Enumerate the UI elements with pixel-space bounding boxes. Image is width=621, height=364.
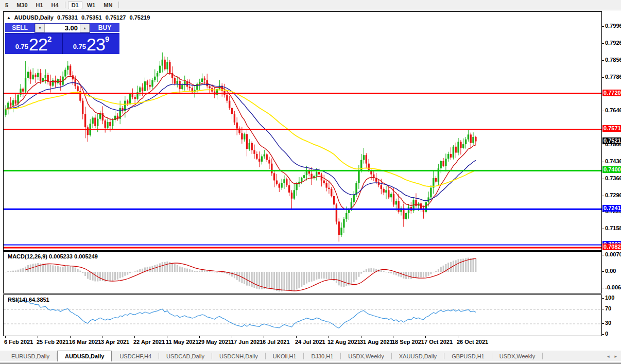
macd-histogram-bar — [279, 272, 280, 291]
date-axis[interactable]: 6 Feb 202125 Feb 202116 Mar 20213 Apr 20… — [3, 336, 601, 350]
chart-tab-ukoil-h1[interactable]: UKOil,H1 — [266, 351, 304, 361]
horizontal-level-line[interactable] — [4, 93, 601, 94]
buy-button[interactable]: BUY — [90, 23, 119, 33]
macd-histogram-bar — [296, 272, 298, 289]
ohlc-open: 0.75331 — [57, 14, 78, 21]
bear-candle — [70, 66, 71, 76]
sell-button[interactable]: SELL — [5, 23, 34, 33]
bull-candle — [306, 171, 307, 175]
timeframe-button-mn[interactable]: MN — [100, 1, 116, 9]
price-level-label: 0.75716 — [602, 125, 621, 132]
bear-candle — [273, 173, 275, 180]
bull-candle — [166, 62, 168, 70]
horizontal-level-line[interactable] — [4, 209, 601, 210]
chart-tab-xauusd-daily[interactable]: XAUUSD,Daily — [392, 351, 444, 361]
date-axis-label: 16 Mar 2021 — [69, 339, 101, 345]
macd-histogram-bar — [403, 272, 404, 279]
timeframe-button-w1[interactable]: W1 — [83, 1, 99, 9]
bear-candle — [204, 78, 205, 80]
tab-scroll-left-icon[interactable]: ◂ — [607, 354, 610, 359]
rsi-chart-canvas[interactable] — [4, 295, 601, 336]
sell-price-display[interactable]: 0.75 22 2 — [5, 33, 62, 54]
bear-candle — [276, 181, 278, 184]
chart-tab-dj30-h1[interactable]: DJ30,H1 — [304, 351, 340, 361]
bear-candle — [258, 159, 260, 162]
macd-histogram-bar — [254, 272, 255, 288]
bull-candle — [154, 77, 156, 80]
macd-histogram-bar — [117, 272, 118, 280]
macd-histogram-bar — [291, 272, 292, 291]
horizontal-level-line[interactable] — [4, 129, 601, 130]
timeframe-button-h1[interactable]: H1 — [32, 1, 47, 9]
chart-tab-usdchf-h4[interactable]: USDCHF,H4 — [112, 351, 159, 361]
bear-candle — [450, 154, 452, 158]
chart-tab-gbpusd-h1[interactable]: GBPUSD,H1 — [444, 351, 492, 361]
bull-candle — [151, 80, 153, 87]
bear-candle — [442, 161, 444, 166]
bear-candle — [266, 154, 268, 160]
price-axis[interactable]: 0.799600.792600.785600.778600.764600.750… — [601, 0, 621, 364]
chart-tab-usdx-weekly[interactable]: USDX,Weekly — [492, 351, 542, 361]
volume-increase-button[interactable]: ▴ — [80, 24, 90, 32]
timeframe-button-5[interactable]: 5 — [2, 1, 12, 9]
bear-candle — [368, 164, 370, 171]
volume-decrease-button[interactable]: ▾ — [35, 24, 45, 32]
price-level-label: 0.77200 — [602, 90, 621, 96]
volume-input[interactable]: 3.00 — [45, 24, 80, 32]
macd-histogram-bar — [311, 272, 313, 282]
chart-tab-audusd-daily[interactable]: AUDUSD,Daily — [57, 351, 112, 361]
macd-histogram-bar — [45, 264, 46, 272]
horizontal-level-line[interactable] — [4, 245, 601, 246]
bear-candle — [169, 62, 170, 73]
rsi-indicator-panel[interactable]: RSI(14) 64.3851 — [3, 294, 602, 336]
macd-histogram-bar — [154, 265, 156, 272]
macd-histogram-bar — [132, 272, 133, 272]
axis-tick-mark — [602, 212, 604, 212]
timeframe-button-d1[interactable]: D1 — [68, 1, 82, 9]
macd-histogram-bar — [194, 271, 196, 272]
bear-candle — [388, 190, 389, 197]
bull-candle — [447, 154, 449, 159]
macd-histogram-bar — [201, 270, 203, 272]
chart-tab-usdcnh-daily[interactable]: USDCNH,Daily — [212, 351, 265, 361]
sell-price-pip: 2 — [47, 34, 51, 43]
window-bottom-edge — [0, 361, 621, 364]
chart-tab-usdx-weekly[interactable]: USDX,Weekly — [341, 351, 391, 361]
trading-platform-window: 5M30H1H4D1W1MN ▲ AUDUSD,Daily 0.75331 0.… — [0, 0, 621, 364]
collapse-triangle-icon[interactable]: ▲ — [7, 15, 11, 20]
macd-histogram-bar — [360, 272, 362, 274]
bull-candle — [301, 178, 302, 182]
horizontal-level-line[interactable] — [4, 170, 601, 171]
timeframe-button-m30[interactable]: M30 — [13, 1, 31, 9]
axis-tick-mark — [602, 309, 604, 309]
macd-histogram-bar — [418, 272, 419, 278]
date-axis-label: 6 Feb 2021 — [4, 339, 33, 345]
macd-histogram-bar — [177, 265, 178, 272]
macd-histogram-bar — [308, 272, 310, 282]
date-tick-mark — [199, 336, 200, 338]
axis-tick-mark — [602, 162, 604, 162]
macd-histogram-bar — [318, 272, 320, 279]
macd-histogram-bar — [229, 272, 230, 275]
timeframe-button-h4[interactable]: H4 — [48, 1, 62, 9]
chart-tab-eurusd-daily[interactable]: EURUSD,Daily — [4, 351, 57, 361]
bull-candle — [157, 73, 158, 77]
moving-average-line-60 — [6, 90, 476, 186]
macd-indicator-panel[interactable]: MACD(12,26,9) 0.005233 0.005249 — [3, 251, 602, 293]
macd-histogram-bar — [381, 270, 382, 272]
macd-histogram-bar — [64, 266, 66, 272]
macd-histogram-bar — [473, 258, 474, 272]
axis-tick-mark — [602, 298, 604, 299]
bull-candle — [244, 134, 245, 139]
tab-scroll-right-icon[interactable]: ▸ — [614, 354, 617, 359]
axis-tick-mark — [602, 26, 604, 27]
bear-candle — [84, 114, 86, 127]
rsi-axis-label: 30 — [605, 320, 611, 326]
chart-tab-usdcad-daily[interactable]: USDCAD,Daily — [159, 351, 212, 361]
macd-histogram-bar — [209, 271, 211, 272]
macd-histogram-bar — [186, 269, 188, 272]
macd-histogram-bar — [72, 267, 74, 272]
horizontal-level-line[interactable] — [4, 247, 601, 249]
moving-average-line-25 — [6, 83, 476, 201]
buy-price-display[interactable]: 0.75 23 9 — [63, 33, 119, 54]
